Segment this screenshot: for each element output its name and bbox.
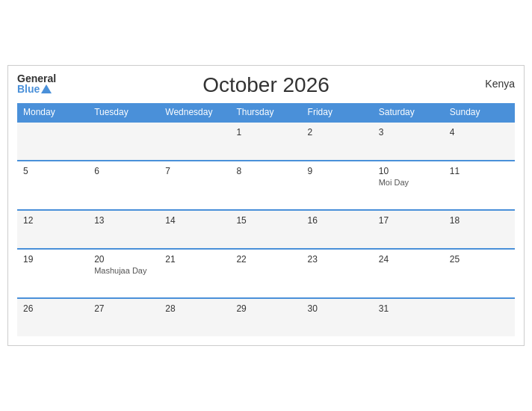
calendar-cell: 3 <box>373 122 444 161</box>
day-number: 2 <box>308 127 367 137</box>
week-row-4: 1920Mashujaa Day2122232425 <box>17 249 515 298</box>
calendar-cell: 15 <box>230 210 301 249</box>
calendar-cell <box>88 122 159 161</box>
day-number: 3 <box>379 127 438 137</box>
day-number: 6 <box>94 166 153 176</box>
calendar-container: General Blue October 2026 Kenya MondayTu… <box>7 65 525 346</box>
day-number: 4 <box>450 127 509 137</box>
calendar-cell: 1 <box>230 122 301 161</box>
calendar-cell: 10Moi Day <box>373 161 444 210</box>
day-number: 22 <box>236 254 295 265</box>
calendar-cell: 11 <box>444 161 515 210</box>
day-number: 31 <box>379 303 438 314</box>
day-number: 18 <box>450 215 509 226</box>
calendar-cell: 25 <box>444 249 515 298</box>
logo-blue-text: Blue <box>17 84 56 94</box>
calendar-cell: 14 <box>159 210 230 249</box>
calendar-cell: 16 <box>302 210 373 249</box>
week-row-3: 12131415161718 <box>17 210 515 249</box>
calendar-cell: 21 <box>159 249 230 298</box>
logo-general-text: General <box>17 73 56 84</box>
calendar-cell <box>17 122 88 161</box>
day-number: 25 <box>450 254 509 265</box>
day-number: 7 <box>165 166 224 176</box>
logo-triangle-icon <box>41 84 52 93</box>
day-number: 19 <box>23 254 82 265</box>
holiday-name: Moi Day <box>379 178 438 187</box>
weekday-header-wednesday: Wednesday <box>159 103 230 122</box>
day-number: 17 <box>379 215 438 226</box>
holiday-name: Mashujaa Day <box>94 266 153 275</box>
country-label: Kenya <box>485 78 515 90</box>
calendar-cell: 12 <box>17 210 88 249</box>
calendar-cell: 18 <box>444 210 515 249</box>
weekday-header-thursday: Thursday <box>230 103 301 122</box>
calendar-cell: 27 <box>88 298 159 336</box>
calendar-cell: 28 <box>159 298 230 336</box>
day-number: 10 <box>379 166 438 176</box>
calendar-cell: 29 <box>230 298 301 336</box>
calendar-cell: 31 <box>373 298 444 336</box>
calendar-cell: 13 <box>88 210 159 249</box>
calendar-cell: 30 <box>302 298 373 336</box>
day-number: 26 <box>23 303 82 314</box>
calendar-cell <box>159 122 230 161</box>
calendar-cell: 8 <box>230 161 301 210</box>
weekday-header-monday: Monday <box>17 103 88 122</box>
logo: General Blue <box>17 73 56 94</box>
day-number: 24 <box>379 254 438 265</box>
calendar-cell: 7 <box>159 161 230 210</box>
calendar-cell: 22 <box>230 249 301 298</box>
day-number: 15 <box>236 215 295 226</box>
day-number: 8 <box>236 166 295 176</box>
day-number: 12 <box>23 215 82 226</box>
weekday-header-sunday: Sunday <box>444 103 515 122</box>
weekday-header-saturday: Saturday <box>373 103 444 122</box>
day-number: 16 <box>308 215 367 226</box>
week-row-2: 5678910Moi Day11 <box>17 161 515 210</box>
calendar-cell: 20Mashujaa Day <box>88 249 159 298</box>
calendar-cell: 4 <box>444 122 515 161</box>
day-number: 13 <box>94 215 153 226</box>
calendar-cell: 26 <box>17 298 88 336</box>
day-number: 11 <box>450 166 509 176</box>
calendar-cell: 24 <box>373 249 444 298</box>
day-number: 1 <box>236 127 295 137</box>
calendar-cell <box>444 298 515 336</box>
day-number: 20 <box>94 254 153 265</box>
day-number: 14 <box>165 215 224 226</box>
calendar-cell: 17 <box>373 210 444 249</box>
week-row-5: 262728293031 <box>17 298 515 336</box>
calendar-header: General Blue October 2026 Kenya <box>17 73 515 97</box>
day-number: 5 <box>23 166 82 176</box>
calendar-cell: 23 <box>302 249 373 298</box>
weekday-header-row: MondayTuesdayWednesdayThursdayFridaySatu… <box>17 103 515 122</box>
calendar-cell: 5 <box>17 161 88 210</box>
day-number: 23 <box>308 254 367 265</box>
week-row-1: 1234 <box>17 122 515 161</box>
calendar-cell: 2 <box>302 122 373 161</box>
day-number: 29 <box>236 303 295 314</box>
day-number: 27 <box>94 303 153 314</box>
calendar-title: October 2026 <box>202 73 330 97</box>
calendar-cell: 6 <box>88 161 159 210</box>
calendar-cell: 19 <box>17 249 88 298</box>
day-number: 30 <box>308 303 367 314</box>
day-number: 28 <box>165 303 224 314</box>
day-number: 21 <box>165 254 224 265</box>
calendar-cell: 9 <box>302 161 373 210</box>
day-number: 9 <box>308 166 367 176</box>
weekday-header-friday: Friday <box>302 103 373 122</box>
calendar-grid: MondayTuesdayWednesdayThursdayFridaySatu… <box>17 103 515 336</box>
weekday-header-tuesday: Tuesday <box>88 103 159 122</box>
